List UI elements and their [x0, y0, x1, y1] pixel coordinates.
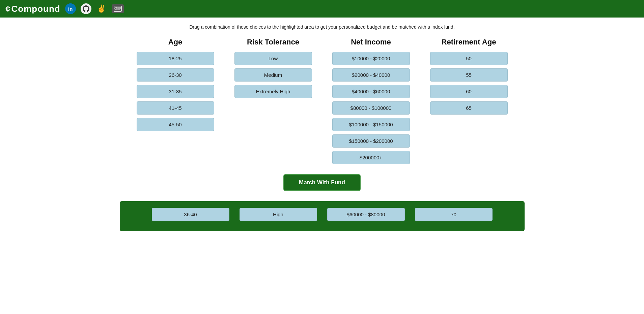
age-option-18-25[interactable]: 18-25	[137, 52, 214, 65]
navbar: ¢Compound in ✌️	[0, 0, 644, 18]
github-icon[interactable]	[81, 3, 91, 14]
retirement-age-column: Retirement Age 50 55 60 65	[430, 38, 508, 167]
income-option-150k-200k[interactable]: $150000 - $200000	[332, 134, 410, 148]
app-logo: ¢Compound	[5, 4, 60, 14]
income-option-100k-150k[interactable]: $100000 - $150000	[332, 118, 410, 131]
risk-option-extremely-high[interactable]: Extremely High	[234, 85, 312, 98]
id-card-icon[interactable]	[112, 4, 124, 13]
drop-zone[interactable]: 36-40 High $60000 - $80000 70	[120, 201, 525, 231]
risk-option-low[interactable]: Low	[234, 52, 312, 65]
income-option-20k-40k[interactable]: $20000 - $40000	[332, 68, 410, 82]
risk-tolerance-column: Risk Tolerance Low Medium Extremely High	[234, 38, 312, 167]
logo-currency-symbol: ¢	[5, 4, 10, 14]
age-option-45-50[interactable]: 45-50	[137, 118, 214, 131]
age-column-header: Age	[168, 38, 183, 46]
dropped-retirement-card[interactable]: 70	[415, 208, 493, 221]
dropped-age-card[interactable]: 36-40	[152, 208, 229, 221]
svg-rect-1	[115, 7, 117, 9]
dropped-income-card[interactable]: $60000 - $80000	[327, 208, 405, 221]
instruction-text: Drag a combination of these choices to t…	[189, 24, 454, 30]
net-income-column: Net Income $10000 - $20000 $20000 - $400…	[332, 38, 410, 167]
risk-tolerance-column-header: Risk Tolerance	[247, 38, 299, 46]
age-option-41-45[interactable]: 41-45	[137, 101, 214, 115]
age-column: Age 18-25 26-30 31-35 41-45 45-50	[137, 38, 214, 167]
retirement-age-column-header: Retirement Age	[442, 38, 496, 46]
peace-sign-icon[interactable]: ✌️	[96, 3, 107, 14]
net-income-column-header: Net Income	[351, 38, 391, 46]
match-button-area: Match With Fund	[283, 174, 361, 191]
income-option-40k-60k[interactable]: $40000 - $60000	[332, 85, 410, 98]
linkedin-icon[interactable]: in	[65, 3, 76, 14]
main-content: Drag a combination of these choices to t…	[0, 18, 644, 231]
age-option-31-35[interactable]: 31-35	[137, 85, 214, 98]
retirement-option-60[interactable]: 60	[430, 85, 508, 98]
dropped-risk-card[interactable]: High	[240, 208, 317, 221]
logo-text: Compound	[11, 4, 60, 14]
retirement-option-50[interactable]: 50	[430, 52, 508, 65]
retirement-option-65[interactable]: 65	[430, 101, 508, 115]
match-with-fund-button[interactable]: Match With Fund	[283, 174, 361, 191]
retirement-option-55[interactable]: 55	[430, 68, 508, 82]
income-option-10k-20k[interactable]: $10000 - $20000	[332, 52, 410, 65]
age-option-26-30[interactable]: 26-30	[137, 68, 214, 82]
income-option-80k-100k[interactable]: $80000 - $100000	[332, 101, 410, 115]
drop-zone-container: 36-40 High $60000 - $80000 70	[0, 201, 644, 231]
dropped-cards-row: 36-40 High $60000 - $80000 70	[130, 208, 514, 221]
income-option-200k-plus[interactable]: $200000+	[332, 151, 410, 164]
columns-area: Age 18-25 26-30 31-35 41-45 45-50 Risk T…	[0, 38, 644, 167]
risk-option-medium[interactable]: Medium	[234, 68, 312, 82]
